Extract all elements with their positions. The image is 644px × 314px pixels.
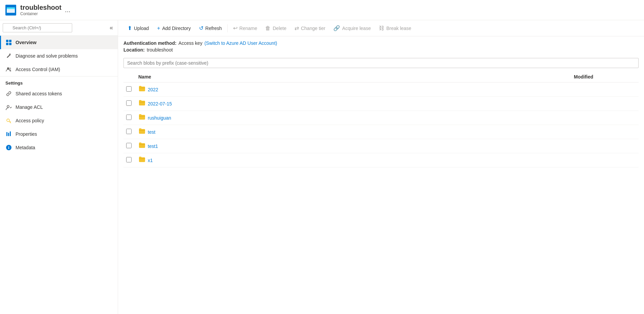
col-modified-header: Modified xyxy=(571,71,639,83)
svg-rect-16 xyxy=(8,146,9,147)
svg-rect-3 xyxy=(6,40,8,42)
key-icon xyxy=(5,117,12,124)
name-cell: x1 xyxy=(138,156,568,164)
add-directory-label: Add Directory xyxy=(162,26,191,31)
refresh-icon: ↺ xyxy=(199,25,203,31)
link-icon xyxy=(5,90,12,97)
svg-point-9 xyxy=(7,105,9,107)
break-lease-button[interactable]: ⛓ Break lease xyxy=(375,23,415,33)
file-name[interactable]: 2022 xyxy=(148,87,158,92)
change-tier-button[interactable]: ⇄ Change tier xyxy=(290,23,329,33)
app-header: troubleshoot Container ... xyxy=(0,0,644,20)
info-icon xyxy=(5,144,12,151)
row-checkbox[interactable] xyxy=(126,115,132,120)
switch-auth-link[interactable]: (Switch to Azure AD User Account) xyxy=(204,40,277,46)
delete-icon: 🗑 xyxy=(265,25,271,31)
svg-point-8 xyxy=(9,68,11,69)
sidebar-search-wrap: 🔍 xyxy=(3,23,106,32)
upload-button[interactable]: ⬆ Upload xyxy=(123,23,153,33)
refresh-label: Refresh xyxy=(205,26,222,31)
auth-method-value: Access key xyxy=(178,40,202,46)
rename-icon: ↩ xyxy=(233,25,237,31)
modified-cell xyxy=(571,83,639,97)
name-cell: rushuiguan xyxy=(138,114,568,122)
modified-cell xyxy=(571,139,639,153)
folder-icon xyxy=(138,114,146,122)
blob-search-input[interactable] xyxy=(123,58,639,68)
row-checkbox[interactable] xyxy=(126,143,132,148)
folder-icon xyxy=(138,142,146,150)
rename-button[interactable]: ↩ Rename xyxy=(229,23,261,33)
app-icon xyxy=(5,5,16,15)
table-row: rushuiguan xyxy=(123,111,639,125)
sidebar-item-overview-label: Overview xyxy=(16,40,36,45)
wrench-icon xyxy=(5,53,12,59)
refresh-button[interactable]: ↺ Refresh xyxy=(195,23,226,33)
col-name-header: Name xyxy=(136,71,571,83)
overview-icon xyxy=(5,39,12,46)
sidebar-item-access-policy[interactable]: Access policy xyxy=(0,114,118,127)
file-name[interactable]: x1 xyxy=(148,158,153,163)
sidebar-search-input[interactable] xyxy=(3,23,72,32)
row-checkbox[interactable] xyxy=(126,100,132,106)
table-row: test1 xyxy=(123,139,639,153)
delete-button[interactable]: 🗑 Delete xyxy=(261,23,290,33)
add-directory-button[interactable]: + Add Directory xyxy=(153,23,195,33)
auth-method-row: Authentication method: Access key (Switc… xyxy=(123,40,639,46)
name-cell: test xyxy=(138,128,568,136)
folder-icon xyxy=(138,85,146,94)
auth-method-label: Authentication method: xyxy=(123,40,176,46)
modified-cell xyxy=(571,111,639,125)
people-icon xyxy=(5,66,12,73)
upload-icon: ⬆ xyxy=(128,25,132,31)
main-layout: 🔍 « Overview Diagnose and solve problems… xyxy=(0,20,644,314)
sidebar-item-manage-acl[interactable]: Manage ACL xyxy=(0,100,118,114)
sidebar-search-row: 🔍 « xyxy=(0,20,118,36)
file-name[interactable]: test xyxy=(148,129,156,135)
modified-cell xyxy=(571,153,639,167)
svg-rect-15 xyxy=(8,147,9,149)
change-tier-icon: ⇄ xyxy=(295,25,299,31)
acquire-lease-button[interactable]: 🔗 Acquire lease xyxy=(329,23,375,33)
file-name[interactable]: 2022-07-15 xyxy=(148,101,172,106)
sidebar-item-metadata[interactable]: Metadata xyxy=(0,141,118,154)
toolbar: ⬆ Upload + Add Directory ↺ Refresh ↩ Ren… xyxy=(118,20,644,36)
rename-label: Rename xyxy=(240,26,257,31)
file-name[interactable]: test1 xyxy=(148,144,158,149)
sidebar-item-manage-acl-label: Manage ACL xyxy=(16,104,43,110)
sidebar-item-overview[interactable]: Overview xyxy=(0,36,118,49)
name-cell: 2022 xyxy=(138,85,568,94)
header-ellipsis[interactable]: ... xyxy=(65,6,71,14)
sidebar-item-properties[interactable]: Properties xyxy=(0,127,118,141)
sidebar-item-diagnose[interactable]: Diagnose and solve problems xyxy=(0,49,118,63)
main-content: ⬆ Upload + Add Directory ↺ Refresh ↩ Ren… xyxy=(118,20,644,314)
name-cell: test1 xyxy=(138,142,568,150)
location-row: Location: troubleshoot xyxy=(123,47,639,53)
header-title-group: troubleshoot Container xyxy=(20,4,61,16)
table-row: 2022 xyxy=(123,83,639,97)
upload-label: Upload xyxy=(134,26,149,31)
sidebar-item-properties-label: Properties xyxy=(16,131,37,137)
settings-section-label: Settings xyxy=(0,76,118,87)
row-checkbox[interactable] xyxy=(126,129,132,134)
sidebar-item-shared-access-label: Shared access tokens xyxy=(16,91,62,96)
row-checkbox[interactable] xyxy=(126,157,132,162)
delete-label: Delete xyxy=(273,26,286,31)
sidebar: 🔍 « Overview Diagnose and solve problems… xyxy=(0,20,118,314)
header-subtitle: Container xyxy=(20,11,61,16)
file-name[interactable]: rushuiguan xyxy=(148,115,171,121)
sidebar-item-metadata-label: Metadata xyxy=(16,145,35,150)
acquire-lease-icon: 🔗 xyxy=(333,25,340,31)
header-title: troubleshoot xyxy=(20,4,61,11)
folder-icon xyxy=(138,99,146,108)
col-check-header xyxy=(123,71,136,83)
svg-rect-6 xyxy=(9,43,11,45)
sidebar-item-iam[interactable]: Access Control (IAM) xyxy=(0,63,118,76)
sidebar-collapse-button[interactable]: « xyxy=(108,23,115,33)
svg-rect-4 xyxy=(9,40,11,42)
acquire-lease-label: Acquire lease xyxy=(342,26,371,31)
location-label: Location: xyxy=(123,47,145,53)
row-checkbox[interactable] xyxy=(126,86,132,92)
svg-rect-2 xyxy=(7,7,15,9)
sidebar-item-shared-access[interactable]: Shared access tokens xyxy=(0,87,118,100)
